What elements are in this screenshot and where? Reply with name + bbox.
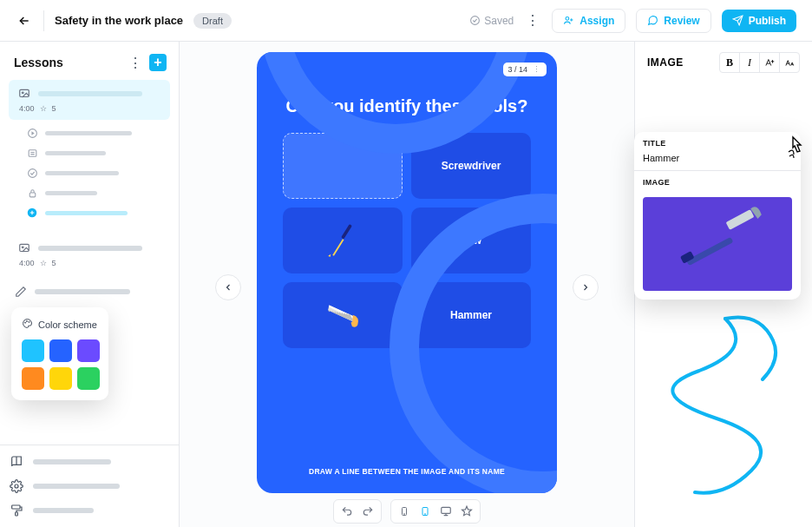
lesson-item[interactable]: 4:00 ☆ 5 — [9, 234, 170, 274]
svg-point-3 — [22, 92, 23, 94]
image-icon — [17, 241, 31, 255]
svg-point-28 — [26, 321, 27, 322]
svg-point-0 — [471, 16, 480, 25]
sidebar-footer — [0, 445, 179, 527]
device-desktop-button[interactable] — [438, 504, 454, 519]
sub-item[interactable] — [26, 187, 170, 199]
redo-button[interactable] — [360, 504, 376, 519]
app-header: Safety in the work place Draft Saved ⋮ A… — [0, 0, 812, 42]
label-tile-saw[interactable]: Saw — [411, 208, 531, 273]
page-title: Safety in the work place — [55, 14, 183, 27]
svg-point-6 — [28, 168, 36, 177]
image-icon — [17, 87, 31, 101]
text-size-decrease-button[interactable] — [779, 52, 800, 73]
check-circle-icon — [26, 167, 38, 179]
lesson-item-active[interactable]: 4:00 ☆ 5 — [9, 80, 170, 120]
color-swatch[interactable] — [77, 339, 100, 362]
review-button[interactable]: Review — [636, 9, 710, 33]
publish-label: Publish — [749, 15, 786, 27]
plus-circle-icon — [26, 207, 38, 219]
image-field-label: IMAGE — [634, 171, 801, 188]
page-indicator-more-icon[interactable]: ⋮ — [531, 65, 542, 74]
svg-rect-24 — [726, 209, 755, 230]
text-format-group: B I — [719, 52, 800, 73]
color-swatch-grid — [22, 339, 98, 390]
color-swatch[interactable] — [49, 339, 72, 362]
saved-label: Saved — [484, 15, 514, 27]
sidebar-heading: Lessons — [14, 56, 63, 69]
svg-rect-18 — [332, 239, 344, 256]
publish-button[interactable]: Publish — [722, 10, 796, 32]
add-sub-item-button[interactable] — [26, 207, 170, 219]
color-scheme-popover[interactable]: Color scheme — [11, 307, 108, 400]
label-tile-hammer[interactable]: Hammer — [411, 282, 531, 348]
svg-rect-7 — [29, 192, 36, 196]
svg-rect-17 — [341, 224, 352, 239]
image-editor-popover[interactable]: TITLE IMAGE — [634, 132, 801, 300]
lesson-item-draft[interactable] — [9, 281, 170, 302]
add-lesson-button[interactable]: + — [149, 54, 167, 71]
drop-zone-tile[interactable] — [283, 133, 403, 199]
sub-item[interactable] — [26, 147, 170, 159]
svg-point-29 — [29, 321, 29, 322]
canvas-toolbar — [333, 499, 481, 524]
header-more-button[interactable]: ⋮ — [524, 12, 541, 29]
matching-grid: Screwdriver Saw — [257, 117, 557, 348]
lessons-sidebar: Lessons ⋮ + 4:00 ☆ 5 — [0, 42, 180, 527]
slide-preview[interactable]: 3 / 14 ⋮ Can you identify these tools? S… — [257, 52, 557, 493]
svg-rect-13 — [12, 505, 20, 509]
sidebar-header: Lessons ⋮ + — [0, 42, 179, 80]
footer-item[interactable] — [9, 454, 170, 470]
sidebar-more-button[interactable]: ⋮ — [127, 55, 144, 71]
image-preview[interactable] — [643, 197, 792, 291]
sub-item[interactable] — [26, 127, 170, 139]
svg-point-10 — [22, 247, 23, 248]
page-indicator[interactable]: 3 / 14 ⋮ — [503, 63, 547, 76]
back-button[interactable] — [16, 12, 33, 30]
svg-rect-25 — [686, 237, 733, 266]
bold-button[interactable]: B — [719, 52, 740, 73]
italic-button[interactable]: I — [739, 52, 760, 73]
favorite-button[interactable] — [459, 504, 475, 519]
color-swatch[interactable] — [22, 367, 44, 390]
page-indicator-text: 3 / 14 — [508, 65, 527, 74]
divider — [43, 10, 44, 31]
title-field-label: TITLE — [634, 132, 801, 149]
star-icon: ☆ — [40, 259, 47, 267]
color-swatch[interactable] — [49, 367, 72, 390]
slide-title: Can you identify these tools? — [257, 96, 557, 117]
assign-button[interactable]: Assign — [552, 9, 625, 33]
image-tile-screwdriver[interactable] — [283, 208, 403, 273]
star-icon: ☆ — [40, 104, 47, 113]
book-icon — [9, 454, 24, 470]
gear-icon — [9, 478, 24, 494]
svg-point-20 — [404, 514, 405, 515]
sub-item[interactable] — [26, 167, 170, 179]
color-swatch[interactable] — [77, 367, 100, 390]
prev-slide-button[interactable] — [215, 274, 241, 300]
text-size-increase-button[interactable] — [759, 52, 780, 73]
color-swatch[interactable] — [22, 339, 44, 362]
svg-rect-5 — [29, 149, 36, 156]
lesson-duration: 4:00 — [19, 259, 35, 267]
svg-point-12 — [15, 484, 18, 488]
cursor-pointer-icon — [786, 135, 807, 165]
label-tile-screwdriver[interactable]: Screwdriver — [411, 133, 531, 199]
color-scheme-label: Color scheme — [38, 319, 97, 330]
footer-item[interactable] — [9, 478, 170, 494]
undo-button[interactable] — [339, 504, 355, 519]
next-slide-button[interactable] — [573, 274, 599, 300]
lesson-duration: 4:00 — [19, 104, 35, 113]
status-pill: Draft — [193, 13, 232, 29]
device-tablet-button[interactable] — [417, 504, 433, 519]
footer-item[interactable] — [9, 503, 170, 518]
title-input[interactable] — [634, 153, 801, 170]
saved-indicator: Saved — [469, 15, 514, 27]
svg-point-22 — [425, 514, 426, 515]
device-mobile-button[interactable] — [396, 504, 412, 519]
svg-point-27 — [25, 322, 26, 323]
canvas-area: 3 / 14 ⋮ Can you identify these tools? S… — [180, 42, 634, 527]
image-tile-saw[interactable] — [283, 282, 403, 348]
lesson-sub-items — [9, 127, 170, 219]
slide-hint: DRAW A LINE BETWEEN THE IMAGE AND ITS NA… — [257, 467, 557, 476]
